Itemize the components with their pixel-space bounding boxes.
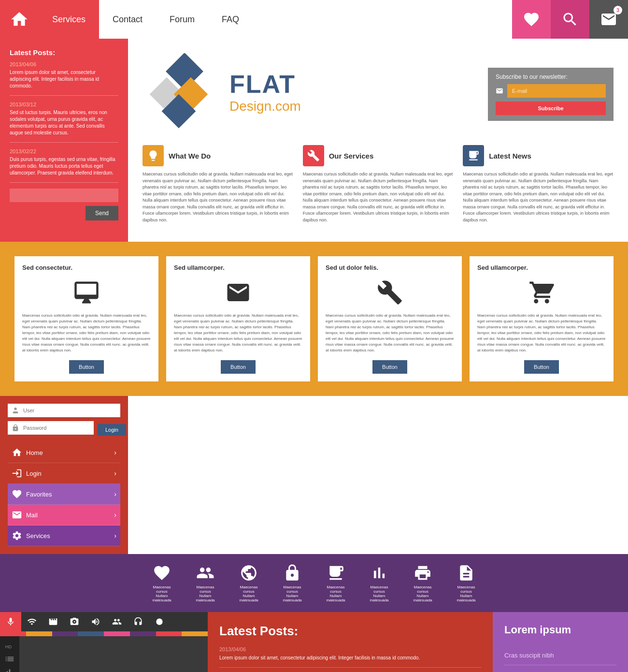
media-tab-volume[interactable]: [85, 612, 106, 631]
icon-bar-heart[interactable]: Maecenas cursusNullam malesuada: [147, 564, 176, 602]
icon-bar-doc[interactable]: Maecenas cursusNullam malesuada: [452, 564, 481, 602]
home-icon: [10, 10, 29, 29]
icon-bar-doc-icon: [457, 564, 475, 582]
icon-bar-lock-label: Maecenas cursusNullam malesuada: [278, 585, 307, 602]
sidebar-message-input[interactable]: [10, 189, 118, 202]
service-card-1: Sed consectetur. Maecenas cursus sollici…: [14, 256, 158, 381]
mic-icon: [6, 617, 15, 627]
bottom-section: HD Latest Posts: 2013/04/06 Lorem i: [0, 612, 628, 672]
media-tab-mic[interactable]: [0, 612, 21, 631]
lock-icon: [12, 424, 19, 432]
middle-section: Login Home › Login › Favorites › Mail: [0, 396, 628, 554]
media-tab-wifi[interactable]: [21, 612, 43, 631]
lorem-item-1[interactable]: Cras suscipit nibh: [504, 646, 616, 665]
nav-link-faq[interactable]: FAQ: [208, 0, 253, 39]
lorem-title: Lorem ipsum: [504, 624, 616, 636]
icon-bar-print[interactable]: Maecenas cursusNullam malesuada: [408, 564, 437, 602]
sidebar-nav-home[interactable]: Home ›: [8, 442, 120, 463]
icon-bar-chart[interactable]: Maecenas cursusNullam malesuada: [365, 564, 394, 602]
posts-section: Latest Posts: 2013/04/06 Lorem ipsum dol…: [208, 612, 493, 672]
post-item-1: 2013/04/06 Lorem ipsum dolor sit amet, c…: [10, 61, 118, 96]
media-tab-users[interactable]: [106, 612, 128, 631]
heart-plus-button[interactable]: [512, 0, 551, 39]
nav-link-forum[interactable]: Forum: [156, 0, 208, 39]
camera-icon: [70, 617, 79, 627]
sidebar-nav-services-label: Services: [26, 532, 114, 540]
envelope-icon-box: [224, 278, 253, 307]
sidebar-nav-login[interactable]: Login ›: [8, 463, 120, 484]
chevron-right-icon: ›: [114, 449, 116, 456]
info-columns: What We Do Maecenas cursus sollicitudin …: [143, 145, 614, 223]
middle-right-area: [128, 396, 628, 554]
login-button[interactable]: Login: [98, 424, 126, 436]
services-sidebar-icon: [12, 530, 22, 541]
bulb-icon: [147, 149, 159, 162]
icon-bar-globe-label: Maecenas cursusNullam malesuada: [234, 585, 263, 602]
sidebar-send-button[interactable]: Send: [86, 206, 118, 220]
icon-bar-doc-label: Maecenas cursusNullam malesuada: [452, 585, 481, 602]
record-icon: [155, 617, 164, 627]
home-nav-button[interactable]: [0, 0, 39, 39]
service-card-button-1[interactable]: Button: [69, 360, 104, 374]
bottom-post-date-1: 2013/04/06: [219, 646, 481, 652]
icon-bar-coffee[interactable]: Maecenas cursusNullam malesuada: [321, 564, 350, 602]
login-sidebar: Login Home › Login › Favorites › Mail: [0, 396, 128, 554]
mail-sidebar-icon: [12, 510, 22, 520]
info-col-header-1: What We Do: [143, 145, 293, 166]
info-col-text-2: Maecenas cursus sollicitudin odio at gra…: [303, 171, 454, 223]
volume-icon: [91, 617, 100, 627]
sidebar-nav-services[interactable]: Services ›: [8, 526, 120, 546]
icon-bar-globe[interactable]: Maecenas cursusNullam malesuada: [234, 564, 263, 602]
search-button[interactable]: [551, 0, 589, 39]
service-card-4: Sed ullamcorper. Maecenas cursus sollici…: [470, 256, 614, 381]
sidebar-nav-mail[interactable]: Mail ›: [8, 505, 120, 526]
password-input-row: [8, 421, 94, 435]
color-tab-red2: [156, 631, 182, 636]
lorem-item-2[interactable]: Sed facilisis ligula non: [504, 665, 616, 672]
media-screen[interactable]: [19, 636, 208, 672]
media-tab-film[interactable]: [43, 612, 64, 631]
info-col-title-2: Our Services: [329, 152, 374, 160]
heart-plus-icon: [523, 11, 540, 28]
nav-link-services[interactable]: Services: [39, 0, 99, 39]
post-date-1: 2013/04/06: [10, 61, 118, 67]
sidebar-nav-favorites[interactable]: Favorites ›: [8, 484, 120, 505]
icon-bar-chart-label: Maecenas cursusNullam malesuada: [365, 585, 394, 602]
sidebar-nav-mail-label: Mail: [26, 511, 114, 519]
sidebar-nav-home-label: Home: [26, 449, 114, 456]
chevron-right-icon-5: ›: [114, 532, 116, 540]
color-tab-purple: [52, 631, 78, 636]
email-icon: [496, 87, 503, 95]
icon-bar: Maecenas cursusNullam malesuada Maecenas…: [0, 554, 628, 612]
info-col-title-1: What We Do: [169, 152, 211, 160]
mail-button[interactable]: 3: [589, 0, 628, 39]
service-card-button-2[interactable]: Button: [221, 360, 256, 374]
chart-left-icon[interactable]: [4, 667, 15, 672]
film-icon: [48, 617, 58, 627]
login-sidebar-icon: [12, 468, 22, 479]
color-tab-pink: [104, 631, 130, 636]
icon-bar-print-label: Maecenas cursusNullam malesuada: [408, 585, 437, 602]
icon-bar-heart-icon: [153, 564, 171, 582]
media-tab-camera[interactable]: [64, 612, 85, 631]
nav-link-contact[interactable]: Contact: [99, 0, 156, 39]
icon-bar-heart-label: Maecenas cursusNullam malesuada: [147, 585, 176, 602]
password-input[interactable]: [23, 425, 90, 431]
icon-bar-users[interactable]: Maecenas cursusNullam malesuada: [191, 564, 220, 602]
news-icon: [467, 149, 480, 162]
user-input[interactable]: [23, 408, 116, 413]
media-tab-record[interactable]: [149, 612, 170, 631]
icon-bar-lock[interactable]: Maecenas cursusNullam malesuada: [278, 564, 307, 602]
logo-diamonds: [143, 53, 220, 131]
service-card-button-3[interactable]: Button: [372, 360, 407, 374]
service-card-button-4[interactable]: Button: [524, 360, 559, 374]
hd-icon[interactable]: HD: [4, 640, 15, 651]
service-card-title-3: Sed ut dolor felis.: [326, 264, 378, 271]
users-tab-icon: [112, 617, 122, 627]
media-tab-headphones[interactable]: [128, 612, 149, 631]
newsletter-email-input[interactable]: [507, 84, 606, 98]
newsletter-subscribe-button[interactable]: Subscribe: [496, 102, 606, 115]
hero-logo: FLAT Design.com Subscribe to our newslet…: [143, 53, 614, 131]
list-icon[interactable]: [4, 654, 15, 664]
logo-text-block: FLAT Design.com: [229, 70, 478, 114]
